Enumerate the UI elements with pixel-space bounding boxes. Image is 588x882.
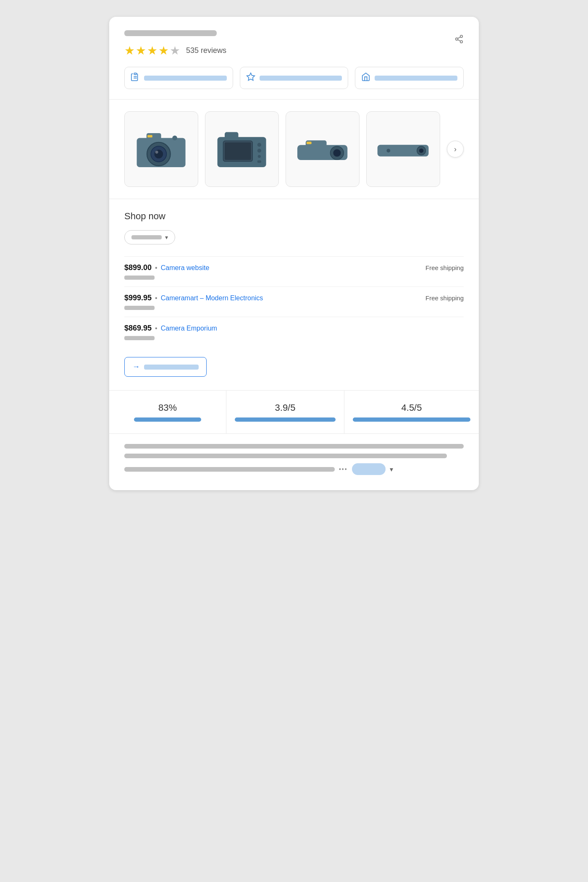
stat-1: 83% [109,391,226,433]
svg-point-21 [257,143,261,147]
action-btn-3[interactable] [355,67,464,89]
star-2: ★ [136,44,146,58]
stat-3-bar [353,417,470,422]
svg-point-13 [155,150,163,158]
review-count: 535 reviews [186,46,226,55]
svg-point-16 [173,136,178,141]
product-card: ★ ★ ★ ★ ★ 535 reviews [109,17,479,490]
listing-2: $999.95 • Cameramart – Modern Electronic… [124,286,464,317]
clipboard-icon [131,72,140,84]
listing-2-price-site: $999.95 • Cameramart – Modern Electronic… [124,294,263,302]
action-btn-1[interactable] [124,67,233,89]
next-arrow-button[interactable]: › [447,141,464,158]
listing-2-price: $999.95 [124,294,152,302]
rating-row: ★ ★ ★ ★ ★ 535 reviews [124,44,464,58]
footer-line-2 [124,454,447,458]
listing-3-sub [124,336,155,340]
action-btn-1-label [144,76,227,81]
expand-button[interactable] [352,463,386,475]
ellipsis: ••• [339,466,348,472]
listing-3-top: $869.95 • Camera Emporium [124,324,464,333]
action-btn-2-label [260,76,342,81]
arrow-right-icon: → [132,362,140,371]
shop-title: Shop now [124,211,464,222]
svg-point-33 [387,149,391,152]
product-title-bar [124,30,217,36]
share-icon[interactable] [454,34,464,46]
star-4: ★ [158,44,169,58]
star-icon [246,72,255,84]
camera-image-2[interactable] [205,111,279,187]
stats-section: 83% 3.9/5 4.5/5 [109,391,479,434]
listing-1-price-site: $899.00 • Camera website [124,263,209,272]
filter-dropdown[interactable]: ▾ [124,230,175,244]
rating-section: ★ ★ ★ ★ ★ 535 reviews [109,17,479,100]
listing-3-price-site: $869.95 • Camera Emporium [124,324,217,333]
listing-1-sub [124,276,155,280]
star-3: ★ [147,44,158,58]
listing-3-site[interactable]: Camera Emporium [161,325,217,332]
listing-1: $899.00 • Camera website Free shipping [124,256,464,286]
listing-3-price: $869.95 [124,324,152,333]
svg-line-3 [458,39,460,41]
stat-2: 3.9/5 [226,391,344,433]
listing-3: $869.95 • Camera Emporium [124,317,464,347]
more-results-label [144,365,199,370]
stat-1-value: 83% [158,402,177,413]
star-5: ★ [170,44,180,58]
separator-2: • [155,294,158,302]
separator-3: • [155,325,158,332]
svg-line-4 [458,37,460,39]
svg-rect-24 [257,160,261,163]
action-buttons [124,67,464,89]
svg-rect-15 [148,135,153,137]
listing-1-price: $899.00 [124,263,152,272]
svg-point-14 [155,150,158,153]
svg-marker-8 [247,73,255,80]
filter-label [131,235,162,239]
svg-point-28 [333,149,341,157]
listing-1-top: $899.00 • Camera website Free shipping [124,263,464,272]
stat-2-value: 3.9/5 [275,402,296,413]
footer-section: ••• ▾ [109,434,479,490]
listing-1-site[interactable]: Camera website [161,264,210,272]
stat-3-value: 4.5/5 [402,402,422,413]
more-results-button[interactable]: → [124,357,207,377]
svg-rect-20 [225,142,251,160]
listing-2-shipping: Free shipping [425,294,464,302]
camera-images-section: › [109,100,479,199]
action-btn-2[interactable] [240,67,349,89]
listing-2-top: $999.95 • Cameramart – Modern Electronic… [124,294,464,302]
svg-point-22 [257,149,261,152]
chevron-right-icon: › [454,145,457,154]
stat-3: 4.5/5 [344,391,479,433]
listing-2-site[interactable]: Cameramart – Modern Electronics [161,294,263,302]
star-1: ★ [124,44,135,58]
svg-rect-18 [225,132,238,140]
action-btn-3-label [375,76,457,81]
stat-1-bar [134,417,201,422]
listing-1-shipping: Free shipping [425,264,464,271]
chevron-down-icon-footer: ▾ [390,465,393,473]
footer-last-row: ••• ▾ [124,463,464,475]
footer-line-1 [124,444,464,449]
camera-image-1[interactable] [124,111,198,187]
camera-image-4[interactable] [366,111,440,187]
chevron-down-icon: ▾ [165,234,168,241]
svg-rect-29 [307,142,312,144]
separator-1: • [155,264,158,272]
star-rating: ★ ★ ★ ★ ★ [124,44,180,58]
listing-2-sub [124,306,155,310]
svg-point-23 [258,155,261,158]
camera-image-3[interactable] [286,111,360,187]
stat-2-bar [235,417,336,422]
svg-point-32 [419,148,423,152]
store-icon [361,72,370,84]
footer-line-3 [124,467,335,472]
shop-section: Shop now ▾ $899.00 • Camera website Free… [109,199,479,391]
